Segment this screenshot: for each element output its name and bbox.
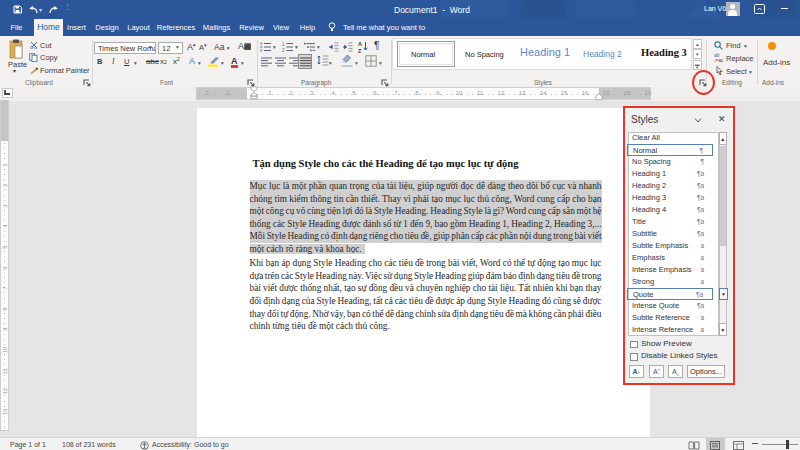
svg-text:1: 1 bbox=[282, 42, 285, 47]
svg-text:Z: Z bbox=[358, 48, 362, 54]
svg-text:A: A bbox=[358, 41, 362, 47]
svg-text:2: 2 bbox=[282, 48, 285, 52]
